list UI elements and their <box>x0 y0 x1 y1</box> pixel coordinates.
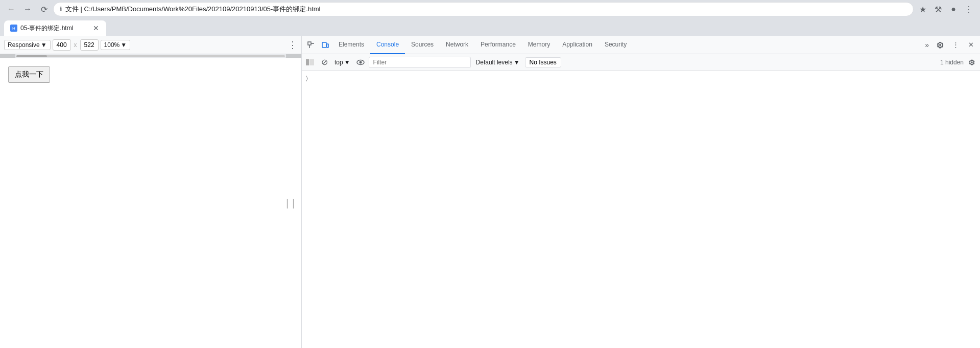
tab-memory[interactable]: Memory <box>522 36 556 54</box>
devtools-panel: Elements Console Sources Network Perform… <box>301 36 980 348</box>
viewport-area: Responsive ▼ x 100% ▼ ⋮ 点我一下 <box>0 36 301 348</box>
inspect-element-button[interactable] <box>304 38 318 52</box>
address-bar[interactable]: ℹ 文件 | C:/Users/PMB/Documents/Work%20Fil… <box>53 2 914 16</box>
context-dropdown-icon: ▼ <box>344 59 350 66</box>
height-input[interactable] <box>80 39 99 51</box>
address-text: 文件 | C:/Users/PMB/Documents/Work%20Files… <box>65 5 907 14</box>
no-issues-label: No Issues <box>530 59 557 66</box>
no-issues-badge[interactable]: No Issues <box>525 57 561 67</box>
devtools-close-button[interactable]: ✕ <box>964 38 978 52</box>
tab-console[interactable]: Console <box>370 36 405 54</box>
zoom-label: 100% <box>104 41 120 49</box>
demo-button[interactable]: 点我一下 <box>8 66 50 83</box>
live-expressions-button[interactable] <box>354 56 367 68</box>
tab-sources[interactable]: Sources <box>405 36 440 54</box>
svg-rect-6 <box>309 59 314 65</box>
devtools-right-icons: ⋮ ✕ <box>933 38 978 52</box>
levels-dropdown-icon: ▼ <box>514 59 520 66</box>
devtools-more-button[interactable]: ⋮ <box>948 38 963 52</box>
device-toggle-button[interactable] <box>318 38 332 52</box>
tab-performance[interactable]: Performance <box>474 36 522 54</box>
forward-button[interactable]: → <box>20 2 35 16</box>
page-content: 点我一下 <box>0 58 301 91</box>
menu-button[interactable]: ⋮ <box>962 2 976 16</box>
page-frame: 点我一下 ▏▏ <box>0 58 301 348</box>
svg-rect-4 <box>327 44 328 48</box>
log-levels-button[interactable]: Default levels ▼ <box>473 58 523 67</box>
devtools-tab-bar: Elements Console Sources Network Perform… <box>302 36 980 54</box>
dimension-separator: x <box>74 41 77 49</box>
svg-rect-3 <box>322 42 326 48</box>
context-selector[interactable]: top ▼ <box>332 58 352 67</box>
svg-rect-0 <box>308 42 311 45</box>
reload-button[interactable]: ⟳ <box>37 2 51 16</box>
hidden-count-text: 1 hidden <box>940 59 964 66</box>
tab-network[interactable]: Network <box>440 36 474 54</box>
more-tabs-button[interactable]: » <box>921 36 933 54</box>
tab-close-button[interactable]: ✕ <box>92 24 100 32</box>
log-levels-label: Default levels <box>476 59 513 66</box>
back-button[interactable]: ← <box>4 2 18 16</box>
horizontal-scrollbar[interactable] <box>0 54 301 58</box>
title-bar: ← → ⟳ ℹ 文件 | C:/Users/PMB/Documents/Work… <box>0 0 980 18</box>
console-settings-button[interactable] <box>966 56 978 68</box>
more-options-button[interactable]: ⋮ <box>288 39 297 51</box>
tab-active[interactable]: H 05-事件的绑定.html ✕ <box>4 20 106 36</box>
responsive-dropdown-icon: ▼ <box>41 41 47 49</box>
console-content: 〉 <box>302 71 980 348</box>
tab-favicon: H <box>10 25 17 32</box>
hidden-count-badge: 1 hidden <box>940 56 978 68</box>
extensions-button[interactable]: ⚒ <box>931 2 945 16</box>
security-icon: ℹ <box>60 6 62 13</box>
svg-rect-5 <box>306 59 309 65</box>
scroll-track <box>16 55 285 57</box>
responsive-toolbar: Responsive ▼ x 100% ▼ ⋮ <box>0 36 301 54</box>
console-toolbar: ⊘ top ▼ Default levels ▼ No Issues 1 hid… <box>302 54 980 71</box>
width-input[interactable] <box>53 39 71 51</box>
bookmark-button[interactable]: ★ <box>916 2 930 16</box>
tab-bar: H 05-事件的绑定.html ✕ <box>0 18 980 36</box>
tab-security[interactable]: Security <box>599 36 633 54</box>
browser-chrome: ← → ⟳ ℹ 文件 | C:/Users/PMB/Documents/Work… <box>0 0 980 36</box>
console-clear-button[interactable]: ⊘ <box>318 56 330 68</box>
console-prompt-chevron[interactable]: 〉 <box>302 73 980 84</box>
context-label: top <box>334 59 343 66</box>
responsive-mode-label: Responsive <box>8 41 40 49</box>
console-sidebar-toggle[interactable] <box>304 56 316 68</box>
resize-handle[interactable]: ▏▏ <box>287 198 299 208</box>
svg-point-8 <box>359 61 362 63</box>
chrome-actions: ★ ⚒ ● ⋮ <box>916 2 976 16</box>
tab-title: 05-事件的绑定.html <box>20 24 89 33</box>
main-area: Responsive ▼ x 100% ▼ ⋮ 点我一下 <box>0 36 980 348</box>
zoom-dropdown-icon: ▼ <box>121 41 127 49</box>
devtools-settings-button[interactable] <box>933 38 947 52</box>
profile-button[interactable]: ● <box>946 2 961 16</box>
responsive-mode-selector[interactable]: Responsive ▼ <box>4 40 51 50</box>
zoom-selector[interactable]: 100% ▼ <box>101 40 131 50</box>
tab-elements[interactable]: Elements <box>332 36 370 54</box>
console-filter-input[interactable] <box>369 57 471 68</box>
scroll-thumb <box>16 55 47 57</box>
tab-application[interactable]: Application <box>556 36 599 54</box>
